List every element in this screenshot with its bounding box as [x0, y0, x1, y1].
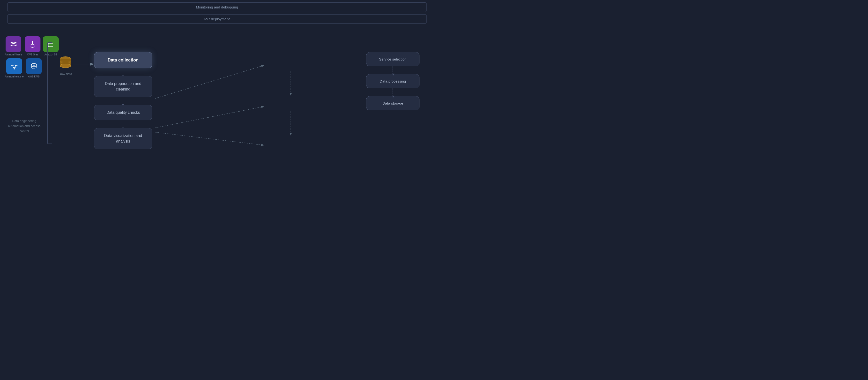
amazon-neptune-icon: Amazon Neptune [5, 58, 24, 78]
left-bracket [47, 42, 52, 144]
svg-point-8 [16, 65, 18, 66]
automation-label: Data engineering automation and access c… [5, 118, 43, 134]
right-column: Service selection Data processing Data s… [366, 52, 420, 110]
arrow-1 [123, 68, 123, 76]
prep-to-service-arrow [153, 65, 264, 99]
raw-data-label: Raw data [59, 72, 72, 76]
quality-to-processing-arrow [153, 106, 264, 128]
svg-point-7 [11, 65, 12, 66]
iac-bar: IaC deployment [7, 14, 427, 24]
data-storage-box: Data storage [366, 96, 420, 110]
data-collection-box: Data collection [94, 52, 152, 68]
right-arrow-1 [393, 66, 393, 74]
data-viz-box: Data visualization and analysis [94, 128, 152, 149]
svg-point-21 [60, 64, 71, 68]
amazon-kinesis-icon: Amazon Kinesis [5, 36, 22, 56]
service-selection-box: Service selection [366, 52, 420, 66]
monitoring-bar: Monitoring and debugging [7, 2, 427, 12]
data-processing-box: Data processing [366, 74, 420, 88]
data-quality-box: Data quality checks [94, 105, 152, 120]
quality-to-storage-arrow [153, 132, 264, 145]
raw-data-area: Raw data [58, 56, 73, 76]
aws-glue-icon: AWS Glue [25, 36, 40, 56]
aws-dms-icon: AWS DMS [26, 58, 42, 78]
svg-point-13 [31, 63, 36, 65]
svg-point-9 [13, 68, 15, 69]
svg-point-16 [31, 66, 36, 68]
database-icon [58, 56, 73, 70]
arrow-3 [123, 120, 123, 128]
right-arrow-2 [393, 88, 393, 96]
data-prep-box: Data preparation and cleaning [94, 76, 152, 97]
flow-column: Data collection Data preparation and cle… [94, 52, 152, 149]
arrow-2 [123, 97, 123, 105]
